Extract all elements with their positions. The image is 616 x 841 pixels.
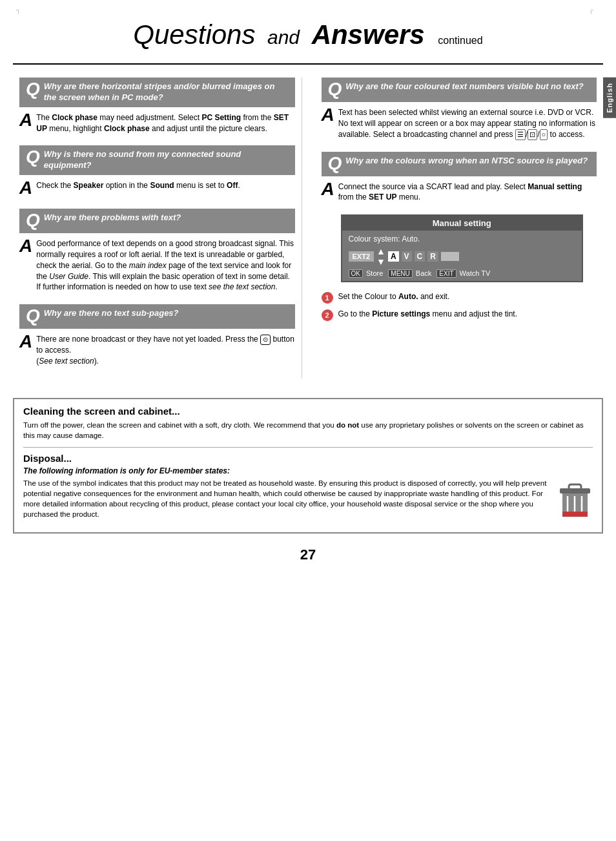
q-letter-r2: Q — [328, 154, 342, 172]
english-tab: English — [603, 78, 616, 118]
selector-r: R — [427, 251, 438, 262]
svg-rect-6 — [562, 512, 588, 517]
a-letter-r2: A — [322, 180, 334, 198]
a-letter-r1: A — [322, 106, 334, 124]
main-content: Q Why are there horizontal stripes and/o… — [0, 65, 616, 385]
ok-store-group: OK Store — [349, 269, 384, 277]
text-button-icon: ⊙ — [260, 335, 271, 345]
question-text-3: Why are there problems with text? — [44, 213, 181, 223]
manual-setting-title: Manual setting — [342, 216, 582, 231]
answer-text-1: The Clock phase may need adjustment. Sel… — [36, 112, 294, 134]
qa-no-sound: Q Why is there no sound from my connecte… — [19, 145, 295, 197]
title-and: and — [267, 26, 300, 48]
step-1-text: Set the Colour to Auto. and exit. — [338, 291, 450, 302]
ext2-label: EXT2 — [349, 251, 375, 262]
answer-text-2: Check the Speaker option in the Sound me… — [36, 180, 240, 191]
step-1: 1 Set the Colour to Auto. and exit. — [322, 291, 597, 304]
disposal-content: The use of the symbol indicates that thi… — [23, 478, 593, 526]
title-continued: continued — [438, 35, 482, 46]
left-column: Q Why are there horizontal stripes and/o… — [19, 78, 302, 379]
menu-back-group: MENU Back — [388, 269, 431, 277]
q-letter-r1: Q — [328, 80, 342, 98]
menu-icon-sym: ☰ — [515, 129, 526, 140]
corner-mark-tr: ┌ — [589, 6, 593, 14]
step-2-number: 2 — [322, 309, 333, 321]
title-questions: Questions — [133, 19, 255, 50]
answer-text-3: Good performance of text depends on a go… — [36, 238, 294, 293]
page-number: 27 — [0, 540, 616, 573]
disposal-icon — [557, 478, 593, 526]
tv-icon-sym: ⊡ — [528, 129, 537, 140]
a-letter-1: A — [19, 111, 32, 129]
disposal-title: Disposal... — [23, 453, 593, 464]
exit-key: EXIT — [436, 269, 456, 278]
disposal-section: Disposal... The following information is… — [23, 447, 593, 526]
circle-icon-sym: ○ — [540, 129, 548, 140]
manual-setting-body: Colour system: Auto. EXT2 ▲▼ A V C R OK … — [342, 231, 582, 281]
question-box-3: Q Why are there problems with text? — [19, 209, 295, 233]
corner-mark-tl: ┐ — [16, 6, 21, 14]
question-text-2: Why is there no sound from my connected … — [44, 149, 289, 171]
qa-problems-text: Q Why are there problems with text? A Go… — [19, 209, 295, 293]
a-letter-3: A — [19, 237, 32, 255]
page-title: Questions and Answers continued — [133, 22, 482, 49]
selector-c: C — [415, 251, 426, 262]
question-box-4: Q Why are there no text sub-pages? — [19, 304, 295, 329]
question-box-r1: Q Why are the four coloured text numbers… — [322, 78, 597, 102]
a-letter-4: A — [19, 333, 32, 351]
answer-text-r1: Text has been selected whilst viewing an… — [338, 107, 597, 140]
question-text-r2: Why are the colours wrong when an NTSC s… — [345, 156, 588, 167]
manual-setting-container: Manual setting Colour system: Auto. EXT2… — [341, 214, 583, 282]
cleaning-text: Turn off the power, clean the screen and… — [23, 420, 593, 441]
qa-coloured-numbers: Q Why are the four coloured text numbers… — [322, 78, 597, 140]
title-answers: Answers — [312, 19, 425, 50]
question-box-2: Q Why is there no sound from my connecte… — [19, 145, 295, 175]
q-letter-4: Q — [26, 307, 40, 325]
question-box-1: Q Why are there horizontal stripes and/o… — [19, 78, 295, 107]
colour-bar — [441, 252, 459, 261]
q-letter-1: Q — [26, 80, 40, 98]
answer-block-r1: A Text has been selected whilst viewing … — [322, 107, 597, 140]
a-letter-2: A — [19, 179, 32, 197]
question-text-1: Why are there horizontal stripes and/or … — [44, 81, 289, 103]
bottom-section: Cleaning the screen and cabinet... Turn … — [13, 398, 603, 534]
selector-a: A — [388, 251, 399, 262]
answer-text-r2: Connect the source via a SCART lead and … — [338, 182, 597, 203]
answer-block-1: A The Clock phase may need adjustment. S… — [19, 112, 295, 134]
store-label: Store — [366, 269, 383, 277]
step-2-text: Go to the Picture settings menu and adju… — [338, 309, 518, 320]
qa-horizontal-stripes: Q Why are there horizontal stripes and/o… — [19, 78, 295, 134]
exit-watchtv-group: EXIT Watch TV — [436, 269, 490, 277]
qa-ntsc-colours: Q Why are the colours wrong when an NTSC… — [322, 152, 597, 203]
qa-no-sub-pages: Q Why are there no text sub-pages? A The… — [19, 304, 295, 366]
answer-block-r2: A Connect the source via a SCART lead an… — [322, 182, 597, 203]
cleaning-title: Cleaning the screen and cabinet... — [23, 406, 593, 417]
question-text-r1: Why are the four coloured text numbers v… — [345, 81, 583, 92]
q-letter-2: Q — [26, 148, 40, 166]
answer-text-4: There are none broadcast or they have no… — [36, 334, 294, 366]
disposal-eu-title: The following information is only for EU… — [23, 466, 593, 475]
page-header: Questions and Answers continued — [13, 0, 603, 65]
question-box-r2: Q Why are the colours wrong when an NTSC… — [322, 152, 597, 176]
svg-rect-2 — [569, 484, 581, 490]
q-letter-3: Q — [26, 211, 40, 229]
menu-key: MENU — [388, 269, 412, 278]
selector-row: EXT2 ▲▼ A V C R — [349, 246, 575, 267]
page: English ┐ ┌ Questions and Answers contin… — [0, 0, 616, 841]
step-1-number: 1 — [322, 292, 333, 304]
answer-block-4: A There are none broadcast or they have … — [19, 334, 295, 366]
recycle-bin-icon — [557, 478, 593, 523]
answer-block-2: A Check the Speaker option in the Sound … — [19, 180, 295, 197]
right-column: Q Why are the four coloured text numbers… — [315, 78, 597, 379]
watchtv-label: Watch TV — [460, 269, 491, 277]
arrow-up-icon: ▲▼ — [376, 246, 385, 267]
colour-system-label: Colour system: Auto. — [349, 234, 575, 244]
question-text-4: Why are there no text sub-pages? — [44, 308, 179, 319]
answer-block-3: A Good performance of text depends on a … — [19, 238, 295, 293]
ok-key: OK — [349, 269, 363, 278]
back-label: Back — [416, 269, 431, 277]
menu-bar: OK Store MENU Back EXIT Watch TV — [349, 269, 575, 277]
disposal-text: The use of the symbol indicates that thi… — [23, 478, 551, 519]
selector-v: V — [402, 251, 412, 262]
step-2: 2 Go to the Picture settings menu and ad… — [322, 309, 597, 321]
